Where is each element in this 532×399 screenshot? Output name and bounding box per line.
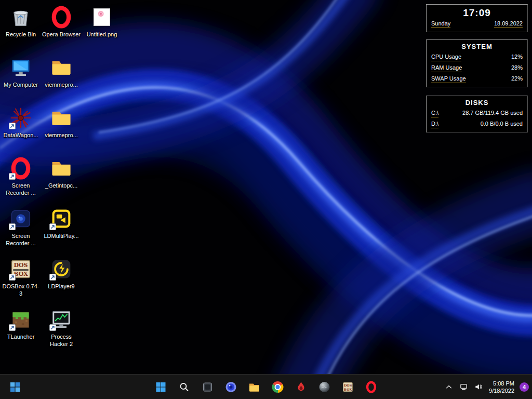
desktop-icon-label: LDPlayer9 — [48, 283, 74, 290]
desktop-icon-viemmepro-2[interactable]: viemmepro... — [41, 106, 82, 156]
desktop-surface[interactable]: Recycle BinMy ComputerDataWagon...Screen… — [0, 0, 532, 399]
taskbar-start-button[interactable] — [151, 377, 171, 397]
recorder-dark-icon — [9, 207, 33, 231]
task-view-icon — [202, 381, 214, 393]
desktop-icon-datawagon[interactable]: DataWagon... — [1, 106, 41, 156]
system-tray: 5:08 PM 9/18/2022 4 — [442, 378, 529, 396]
desktop-icon-label: _Getintopc... — [45, 182, 77, 189]
widget-row-label: RAM Usage — [431, 64, 462, 72]
widget-row: CPU Usage12% — [431, 54, 523, 61]
widget-row: RAM Usage28% — [431, 64, 523, 72]
clock-day: Sunday — [431, 20, 450, 28]
datawagon-icon — [9, 106, 33, 130]
desktop-icon-label: My Computer — [4, 81, 38, 88]
notification-badge[interactable]: 4 — [520, 382, 529, 392]
widget-row: D:\0.0 B/0.0 B used — [431, 121, 523, 128]
shortcut-arrow-icon — [9, 223, 16, 230]
taskbar-chrome-button[interactable] — [268, 377, 288, 397]
widget-row: SWAP Usage22% — [431, 75, 523, 83]
taskbar-task-view-button[interactable] — [198, 377, 218, 397]
desktop-icon-label: LDMultiPlay... — [44, 232, 78, 240]
taskbar-file-explorer-button[interactable] — [245, 377, 264, 397]
desktop-icon-getintopc[interactable]: _Getintopc... — [41, 156, 82, 207]
desktop-icon-recycle-bin[interactable]: Recycle Bin — [1, 5, 41, 56]
widget-row-value: 22% — [511, 75, 523, 82]
desktop-icon-opera-browser[interactable]: Opera Browser — [41, 5, 82, 56]
flame-app-icon — [295, 381, 308, 393]
svg-text:DOS: DOS — [344, 383, 352, 387]
opera-icon — [365, 381, 378, 393]
desktop-icon-my-computer[interactable]: My Computer — [1, 56, 41, 106]
dosbox-icon: DOSBOX — [9, 257, 33, 281]
desktop-icon-label: Untitled.png — [87, 31, 117, 38]
taskbar-flame-app-button[interactable] — [291, 377, 311, 397]
svg-text:BOX: BOX — [14, 271, 28, 277]
system-rows: CPU Usage12%RAM Usage28%SWAP Usage22% — [431, 54, 523, 83]
system-widget-title: SYSTEM — [431, 43, 523, 50]
svg-text:BOX: BOX — [344, 387, 352, 391]
disks-rows: C:\28.7 GB/119.4 GB usedD:\0.0 B/0.0 B u… — [431, 110, 523, 128]
taskbar-corner-button[interactable] — [5, 377, 25, 397]
shortcut-arrow-icon — [9, 324, 16, 331]
network-button[interactable] — [457, 378, 470, 396]
taskbar-opera-button[interactable] — [362, 377, 381, 397]
desktop-icon-untitled-png[interactable]: Untitled.png — [82, 5, 122, 56]
ldplayer-icon — [49, 257, 73, 281]
widget-row-value: 0.0 B/0.0 B used — [481, 121, 523, 127]
sphere-app-icon — [318, 381, 331, 393]
taskbar-search-button[interactable] — [175, 377, 194, 397]
desktop-icon-screen-recorder-1[interactable]: Screen Recorder ... — [1, 156, 41, 207]
file-explorer-icon — [248, 381, 261, 393]
shortcut-arrow-icon — [49, 324, 56, 331]
tray-clock[interactable]: 5:08 PM 9/18/2022 — [486, 380, 517, 394]
taskbar: DOSBOX 5:08 PM 9/18/2022 4 — [0, 374, 532, 399]
desktop-icon-ldmultiplayer[interactable]: LDMultiPlay... — [41, 207, 82, 257]
desktop-icon-tlauncher[interactable]: TLauncher — [1, 308, 41, 358]
search-icon — [178, 381, 191, 393]
dosbox-icon: DOSBOX — [342, 381, 354, 393]
desktop-icon-dosbox[interactable]: DOSBOXDOSBox 0.74-3 — [1, 257, 41, 308]
widget-row-label: D:\ — [431, 121, 438, 128]
image-file-icon — [90, 5, 114, 29]
desktop-icon-label: viemmepro... — [45, 131, 78, 139]
desktop-icon-label: TLauncher — [7, 333, 35, 340]
tray-time: 5:08 PM — [489, 380, 514, 387]
desktop-icon-screen-recorder-2[interactable]: Screen Recorder ... — [1, 207, 41, 257]
desktop-icon-label: DOSBox 0.74-3 — [1, 283, 41, 298]
widget-row-value: 28.7 GB/119.4 GB used — [462, 110, 523, 116]
folder-icon — [49, 106, 73, 130]
widget-row-label: CPU Usage — [431, 54, 461, 61]
clock-widget: 17:09 Sunday 18.09.2022 — [426, 4, 528, 32]
desktop-icon-ldplayer9[interactable]: LDPlayer9 — [41, 257, 82, 308]
desktop-icon-label: Screen Recorder ... — [1, 232, 41, 247]
tray-chevron-button[interactable] — [442, 378, 456, 396]
widget-row: C:\28.7 GB/119.4 GB used — [431, 110, 523, 117]
desktop-icon-label: Process Hacker 2 — [42, 333, 81, 348]
disks-widget: DISKS C:\28.7 GB/119.4 GB usedD:\0.0 B/0… — [426, 96, 528, 132]
widget-row-label: C:\ — [431, 110, 438, 117]
shortcut-arrow-icon — [49, 223, 56, 230]
volume-button[interactable] — [471, 378, 485, 396]
shortcut-arrow-icon — [9, 173, 16, 180]
desktop-icon-viemmepro-1[interactable]: viemmepro... — [41, 56, 82, 106]
tlauncher-icon — [9, 308, 33, 331]
desktop-icon-process-hacker[interactable]: Process Hacker 2 — [41, 308, 82, 358]
desktop-icon-label: Opera Browser — [42, 31, 81, 38]
desktop-icon-label: DataWagon... — [4, 131, 38, 139]
shortcut-arrow-icon — [49, 274, 56, 281]
taskbar-center: DOSBOX — [151, 377, 381, 397]
taskbar-media-app-button[interactable] — [221, 377, 241, 397]
chrome-icon — [272, 381, 284, 393]
folder-icon — [49, 56, 73, 79]
widget-row-value: 28% — [511, 64, 523, 71]
widget-row-value: 12% — [511, 54, 523, 60]
taskbar-sphere-app-button[interactable] — [315, 377, 335, 397]
desktop-icon-label: Recycle Bin — [6, 31, 36, 38]
system-widget: SYSTEM CPU Usage12%RAM Usage28%SWAP Usag… — [426, 39, 528, 87]
tray-date: 9/18/2022 — [489, 387, 514, 394]
desktop-icon-label: Screen Recorder ... — [1, 182, 41, 197]
clock-time: 17:09 — [431, 7, 523, 19]
taskbar-dosbox-button[interactable]: DOSBOX — [338, 377, 358, 397]
widget-row-label: SWAP Usage — [431, 75, 466, 83]
clock-date: 18.09.2022 — [494, 20, 523, 28]
